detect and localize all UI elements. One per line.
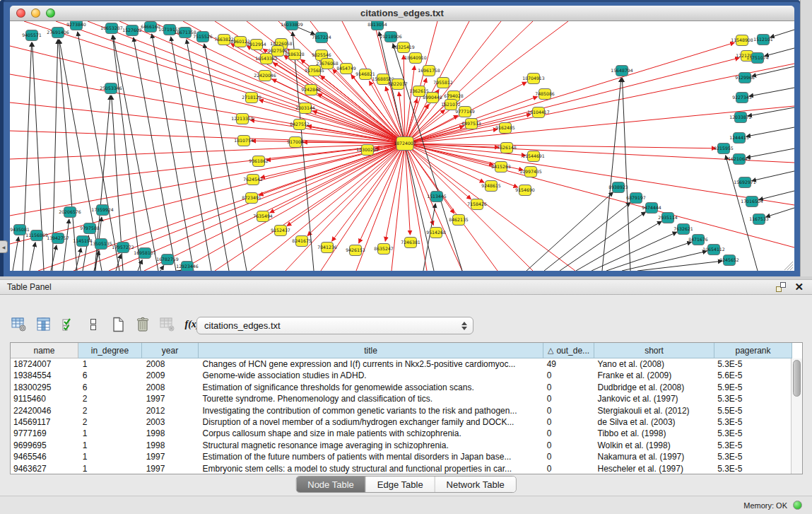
graph-node[interactable]: 10997435 (519, 167, 542, 177)
cell-out_de[interactable]: 49 (543, 358, 594, 370)
graph-edge-black[interactable] (13, 237, 18, 271)
cell-out_de[interactable]: 0 (543, 370, 594, 381)
graph-node[interactable]: 7485086 (535, 89, 555, 100)
cell-in_degree[interactable]: 1 (78, 463, 142, 474)
graph-node[interactable]: 9227343 (732, 93, 752, 103)
cell-in_degree[interactable]: 1 (78, 451, 142, 462)
graph-node[interactable]: 8462135 (449, 215, 469, 226)
row-height-button[interactable] (84, 315, 102, 334)
graph-node[interactable]: 8938923 (608, 182, 628, 193)
cell-pagerank[interactable]: 5.3E-5 (713, 393, 791, 404)
scrollbar-thumb[interactable] (793, 360, 801, 397)
cell-year[interactable]: 2012 (142, 405, 199, 416)
cell-in_degree[interactable]: 1 (78, 440, 142, 451)
graph-edge-red[interactable] (180, 144, 405, 271)
table-row[interactable]: 1938455462009Genome-wide association stu… (11, 370, 791, 381)
cell-title[interactable]: Tourette syndrome. Phenomenology and cla… (199, 393, 543, 404)
column-settings-button[interactable] (10, 315, 28, 334)
column-header-out_de[interactable]: △out_de... (543, 343, 594, 358)
cell-in_degree[interactable]: 1 (78, 358, 142, 370)
cell-title[interactable]: Estimation of the future numbers of pati… (199, 451, 543, 462)
graph-node[interactable]: 9152437 (271, 226, 290, 236)
graph-node[interactable]: 12033872 (729, 112, 752, 123)
graph-node-hub[interactable]: 18724007 (394, 137, 416, 151)
cell-short[interactable]: de Silva et al. (2003) (594, 416, 714, 428)
cell-title[interactable]: Genome-wide association studies in ADHD. (199, 370, 543, 381)
column-header-pagerank[interactable]: pagerank (714, 343, 792, 358)
graph-edge-black[interactable] (94, 251, 99, 271)
column-header-title[interactable]: title (199, 343, 543, 358)
graph-node[interactable]: 16104417 (527, 107, 550, 118)
cell-short[interactable]: Jankovic et al. (1997) (594, 393, 714, 404)
vertical-scrollbar[interactable] (791, 358, 802, 474)
cell-pagerank[interactable]: 5.9E-5 (713, 382, 791, 393)
graph-node[interactable]: 8990448 (423, 93, 442, 103)
tab-edge-table[interactable]: Edge Table (366, 477, 435, 492)
table-row[interactable]: 911546021997Tourette syndrome. Phenomeno… (11, 393, 791, 404)
resize-grip-icon[interactable] (787, 264, 793, 270)
cell-short[interactable]: Stergiakouli et al. (2012) (594, 405, 714, 416)
graph-edge-red[interactable] (144, 144, 405, 271)
cell-title[interactable]: Changes of HCN gene expression and I(f) … (199, 358, 543, 370)
network-window-titlebar[interactable]: citations_edges.txt (10, 6, 794, 21)
graph-node[interactable]: 9474444 (642, 203, 661, 214)
cell-out_de[interactable]: 0 (543, 440, 594, 451)
column-header-in_degree[interactable]: in_degree (78, 343, 142, 358)
graph-node[interactable]: 20206576 (59, 207, 81, 218)
graph-edge-red[interactable] (250, 120, 405, 144)
graph-node[interactable]: 18325419 (392, 42, 415, 53)
graph-edge-black[interactable] (602, 78, 621, 271)
graph-edge-black[interactable] (726, 156, 758, 271)
graph-node[interactable]: 8427552 (290, 119, 310, 130)
graph-edge-red[interactable] (404, 55, 405, 144)
graph-node[interactable]: 11544691 (522, 151, 545, 162)
graph-node[interactable]: 1527602 (122, 25, 142, 36)
graph-edge-black[interactable] (576, 221, 661, 271)
graph-edge-black[interactable] (746, 127, 794, 136)
table-row[interactable]: 1872400712008Changes of HCN gene express… (11, 358, 791, 370)
cell-name[interactable]: 22420046 (11, 405, 78, 416)
graph-node[interactable]: 7632621 (673, 224, 693, 235)
graph-edge-black[interactable] (748, 107, 794, 116)
cell-year[interactable]: 2008 (142, 358, 199, 370)
graph-edge-red[interactable] (405, 144, 533, 271)
graph-edge-red[interactable] (10, 144, 405, 159)
graph-node[interactable]: 10653287 (100, 23, 123, 34)
cell-year[interactable]: 1997 (142, 463, 199, 474)
graph-node[interactable]: 7246381 (401, 238, 420, 248)
cell-short[interactable]: Hescheler et al. (1997) (594, 463, 714, 474)
graph-node[interactable]: 17359924 (91, 205, 114, 216)
graph-edge-black[interactable] (746, 148, 794, 158)
graph-node[interactable]: 1810754 (234, 136, 254, 146)
cell-out_de[interactable]: 0 (543, 428, 594, 439)
graph-node[interactable]: 8635247 (374, 244, 394, 255)
graph-node[interactable]: 8241675 (292, 236, 312, 247)
graph-edge-red[interactable] (392, 144, 405, 271)
graph-edge-black[interactable] (749, 88, 794, 96)
graph-node[interactable]: 8415263 (491, 162, 511, 173)
table-row[interactable]: 2242004622012Investigating the contribut… (11, 405, 791, 416)
graph-node[interactable]: 6879197 (626, 193, 646, 204)
cell-pagerank[interactable]: 5.3E-5 (713, 440, 791, 451)
cell-pagerank[interactable]: 5.3E-5 (713, 358, 791, 370)
graph-edge-black[interactable] (51, 245, 57, 271)
graph-node[interactable]: 13942757 (47, 233, 69, 244)
graph-node[interactable]: 16958107 (134, 248, 156, 259)
graph-node[interactable]: 12923446 (176, 262, 199, 271)
cell-name[interactable]: 9463627 (11, 463, 78, 474)
graph-node[interactable]: 8813054 (367, 21, 387, 30)
cell-year[interactable]: 1998 (142, 440, 199, 451)
cell-name[interactable]: 14569117 (11, 416, 78, 428)
tab-network-table[interactable]: Network Table (435, 477, 516, 492)
graph-node[interactable]: 1512101 (753, 35, 773, 45)
cell-pagerank[interactable]: 5.3E-5 (713, 463, 791, 474)
cell-title[interactable]: Structural magnetic resonance image aver… (199, 440, 543, 451)
table-row[interactable]: 1456911722003Disruption of a novel membe… (11, 416, 791, 428)
graph-node[interactable]: 8471676 (688, 235, 708, 245)
new-column-button[interactable] (109, 315, 127, 334)
table-row[interactable]: 946362711997Embryonic stem cells: a mode… (11, 463, 791, 474)
graph-node[interactable]: 9273840 (66, 21, 86, 30)
cell-in_degree[interactable]: 2 (78, 416, 142, 428)
float-panel-button[interactable] (776, 282, 786, 292)
cell-in_degree[interactable]: 1 (78, 428, 142, 439)
